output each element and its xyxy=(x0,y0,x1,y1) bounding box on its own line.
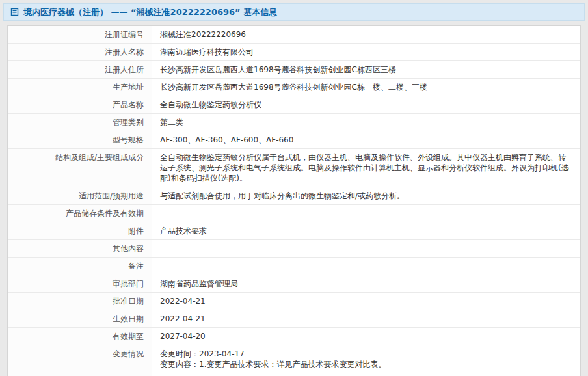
field-label: 其他内容 xyxy=(8,240,152,257)
field-label: 管理类别 xyxy=(8,114,152,131)
row-model-spec: 型号规格 AF-300、AF-360、AF-600、AF-660 xyxy=(8,131,580,149)
row-change-info: 变更情况 变更时间：2023-04-17 变更内容：1.变更产品技术要求：详见产… xyxy=(8,345,580,373)
field-value xyxy=(152,205,580,222)
field-label: 型号规格 xyxy=(8,131,152,148)
field-value: 2022-04-21 xyxy=(152,310,580,327)
field-value: 湖南迈瑞医疗科技有限公司 xyxy=(152,44,580,60)
field-value: 与适配试剂配合使用，用于对临床分离出的微生物鉴定和/或药敏分析。 xyxy=(152,187,580,204)
field-value: 产品技术要求 xyxy=(152,222,580,239)
field-value: 湖南省药品监督管理局 xyxy=(152,275,580,292)
field-value: 2027-04-20 xyxy=(152,328,580,345)
field-label: 审批部门 xyxy=(8,275,152,292)
row-note: 注 详情 xyxy=(8,373,580,376)
field-value: 变更时间：2023-04-17 变更内容：1.变更产品技术要求：详见产品技术要求… xyxy=(152,345,580,373)
row-registrant-address: 注册人住所 长沙高新开发区岳麓西大道1698号麓谷科技创新创业园C栋西区三楼 xyxy=(8,61,580,79)
field-label: 注 xyxy=(8,373,152,376)
field-value: 全自动微生物鉴定药敏分析仪 xyxy=(152,96,580,113)
page-title-bar: 境内医疗器械（注册） —— “湘械注准20222220696” 基本信息 xyxy=(3,3,585,21)
row-production-address: 生产地址 长沙高新开发区岳麓西大道1698号麓谷科技创新创业园C栋一楼、二楼、三… xyxy=(8,79,580,96)
row-remarks: 备注 xyxy=(8,258,580,275)
field-value: 详情 xyxy=(152,373,580,376)
field-value: 第二类 xyxy=(152,114,580,131)
field-label: 注册人住所 xyxy=(8,61,152,78)
field-label: 生效日期 xyxy=(8,310,152,327)
field-label: 产品储存条件及有效期 xyxy=(8,205,152,222)
row-other-content: 其他内容 xyxy=(8,240,580,258)
field-label: 结构及组成/主要组成成分 xyxy=(8,149,152,187)
row-approval-department: 审批部门 湖南省药品监督管理局 xyxy=(8,275,580,293)
row-structure-composition: 结构及组成/主要组成成分 全自动微生物鉴定药敏分析仪属于台式机，由仪器主机、电脑… xyxy=(8,149,580,187)
row-product-name: 产品名称 全自动微生物鉴定药敏分析仪 xyxy=(8,96,580,114)
field-value: 长沙高新开发区岳麓西大道1698号麓谷科技创新创业园C栋西区三楼 xyxy=(152,61,580,78)
field-value: 2022-04-21 xyxy=(152,293,580,310)
field-label: 批准日期 xyxy=(8,293,152,310)
page: 境内医疗器械（注册） —— “湘械注准20222220696” 基本信息 注册证… xyxy=(0,0,588,376)
field-label: 生产地址 xyxy=(8,79,152,96)
document-icon xyxy=(10,8,19,16)
field-value xyxy=(152,240,580,257)
field-label: 注册人名称 xyxy=(8,44,152,60)
field-label: 有效期至 xyxy=(8,328,152,345)
field-label: 注册证编号 xyxy=(8,26,152,43)
registration-info-table: 注册证编号 湘械注准20222220696 注册人名称 湖南迈瑞医疗科技有限公司… xyxy=(7,25,581,376)
row-registration-cert-number: 注册证编号 湘械注准20222220696 xyxy=(8,26,580,44)
row-valid-until: 有效期至 2027-04-20 xyxy=(8,328,580,345)
row-storage-conditions: 产品储存条件及有效期 xyxy=(8,205,580,222)
row-intended-use: 适用范围/预期用途 与适配试剂配合使用，用于对临床分离出的微生物鉴定和/或药敏分… xyxy=(8,187,580,205)
field-value: 湘械注准20222220696 xyxy=(152,26,580,43)
field-value: 长沙高新开发区岳麓西大道1698号麓谷科技创新创业园C栋一楼、二楼、三楼 xyxy=(152,79,580,96)
page-title: 境内医疗器械（注册） —— “湘械注准20222220696” 基本信息 xyxy=(23,7,277,18)
row-approval-date: 批准日期 2022-04-21 xyxy=(8,293,580,310)
field-label: 附件 xyxy=(8,222,152,239)
field-value: 全自动微生物鉴定药敏分析仪属于台式机，由仪器主机、电脑及操作软件、外设组成。其中… xyxy=(152,149,580,187)
field-label: 产品名称 xyxy=(8,96,152,113)
field-label: 变更情况 xyxy=(8,345,152,373)
field-value: AF-300、AF-360、AF-600、AF-660 xyxy=(152,131,580,148)
field-label: 备注 xyxy=(8,258,152,275)
field-value xyxy=(152,258,580,275)
row-attachment: 附件 产品技术要求 xyxy=(8,222,580,240)
row-effective-date: 生效日期 2022-04-21 xyxy=(8,310,580,328)
row-management-category: 管理类别 第二类 xyxy=(8,114,580,131)
row-registrant-name: 注册人名称 湖南迈瑞医疗科技有限公司 xyxy=(8,44,580,61)
field-label: 适用范围/预期用途 xyxy=(8,187,152,204)
